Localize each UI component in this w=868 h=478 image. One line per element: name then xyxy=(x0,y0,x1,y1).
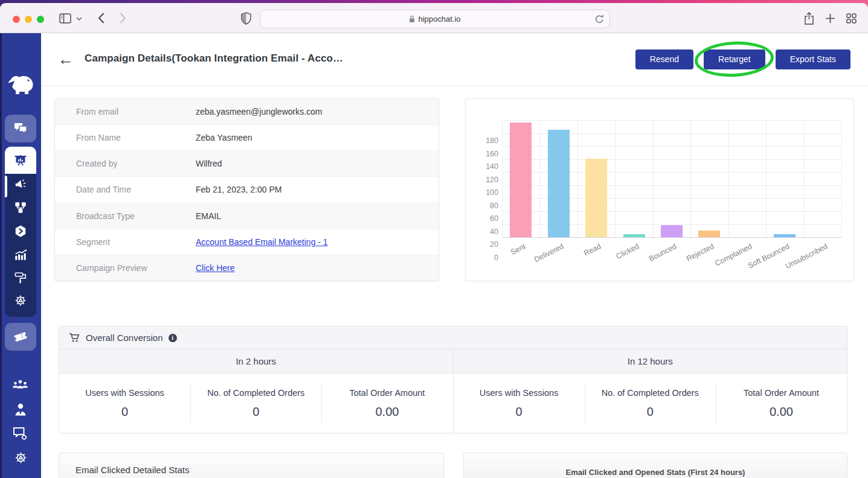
gear-icon xyxy=(14,451,28,465)
person-icon xyxy=(13,403,28,416)
stat-no-of-completed-orders: No. of Completed Orders0 xyxy=(190,374,321,433)
resend-button[interactable]: Resend xyxy=(635,49,693,69)
sidebar-item-broadcast[interactable] xyxy=(14,177,27,191)
active-indicator xyxy=(5,176,7,197)
sidebar-toggle-icon[interactable] xyxy=(59,13,71,24)
hexagon-arrow-icon xyxy=(14,225,27,238)
cart-icon xyxy=(69,332,80,343)
detail-label: Segment xyxy=(55,237,196,247)
stat-total-order-amount: Total Order Amount0.00 xyxy=(716,374,847,433)
retarget-button[interactable]: Retarget xyxy=(704,49,765,69)
bar-bounced xyxy=(661,225,683,237)
period-2-hours: In 2 hours xyxy=(59,349,454,373)
export-stats-button[interactable]: Export Stats xyxy=(776,49,850,69)
conversion-stats-row: Users with Sessions0No. of Completed Ord… xyxy=(59,374,847,433)
sidebar-item-tickets[interactable] xyxy=(5,323,36,351)
sidebar-item-chat-settings[interactable] xyxy=(13,427,28,441)
sidebar-item-analytics[interactable] xyxy=(14,248,27,261)
campaign-details-table: From emailzeba.yasmeen@jungleworks.comFr… xyxy=(54,98,439,281)
detail-row-from-email: From emailzeba.yasmeen@jungleworks.com xyxy=(55,99,439,125)
header-actions: Resend Retarget Export Stats xyxy=(635,49,850,69)
bar-soft-bounced xyxy=(774,234,796,237)
new-tab-plus-icon[interactable] xyxy=(825,13,835,24)
sidebar-item-settings[interactable] xyxy=(14,451,28,465)
megaphone-icon xyxy=(14,177,27,191)
stat-value: 0.00 xyxy=(770,405,793,419)
gridline xyxy=(502,237,841,238)
detail-label: From email xyxy=(55,107,196,116)
detail-row-segment: SegmentAccount Based Email Marketing - 1 xyxy=(55,229,439,255)
gear-icon xyxy=(14,294,27,307)
analytics-icon xyxy=(14,248,27,261)
stat-label: Users with Sessions xyxy=(480,388,559,398)
forward-icon[interactable] xyxy=(120,13,126,24)
sidebar-item-design[interactable] xyxy=(14,271,27,284)
bar-read xyxy=(585,159,607,237)
detail-label: Date and Time xyxy=(55,185,196,194)
lock-icon xyxy=(409,15,415,23)
sidebar xyxy=(0,33,41,478)
minimize-window-button[interactable] xyxy=(25,16,32,23)
period-12-hours: In 12 hours xyxy=(454,349,847,373)
chat-icon xyxy=(13,122,28,135)
gridline xyxy=(766,120,767,237)
share-icon[interactable] xyxy=(804,12,814,25)
detail-row-date-and-time: Date and TimeFeb 21, 2023, 2:00 PM xyxy=(55,177,439,203)
chart-y-axis: 180160140120100806040200 xyxy=(472,120,498,237)
y-tick-label: 180 xyxy=(474,136,498,145)
window-edge xyxy=(0,33,2,478)
stat-total-order-amount: Total Order Amount0.00 xyxy=(321,374,452,433)
page-header: ← Campaign Details(Tookan Integration Em… xyxy=(41,33,868,86)
tab-overview-icon[interactable] xyxy=(846,13,857,24)
sidebar-item-team[interactable] xyxy=(12,378,28,390)
sidebar-item-customers[interactable] xyxy=(13,403,28,416)
sidebar-item-chat[interactable] xyxy=(5,115,36,142)
zoom-window-button[interactable] xyxy=(37,16,44,23)
stat-value: 0 xyxy=(647,405,654,419)
reload-icon[interactable] xyxy=(595,14,604,24)
detail-value: Wilfred xyxy=(196,159,222,168)
detail-link[interactable]: Account Based Email Marketing - 1 xyxy=(196,237,328,247)
conversion-stats-half: Users with Sessions0No. of Completed Ord… xyxy=(59,374,454,433)
page-title: Campaign Details(Tookan Integration Emai… xyxy=(85,53,343,65)
conversion-stats-half: Users with Sessions0No. of Completed Ord… xyxy=(454,374,847,433)
stat-value: 0 xyxy=(252,405,259,419)
sidebar-item-integrations[interactable] xyxy=(14,225,27,238)
gridline xyxy=(690,120,691,237)
bar-chart-plot: SentDeliveredReadClickedBouncedRejectedC… xyxy=(502,120,841,237)
browser-chrome: hippochat.io xyxy=(0,3,868,33)
address-bar[interactable]: hippochat.io xyxy=(260,10,610,28)
chat-gear-icon xyxy=(13,427,28,441)
hippo-logo[interactable] xyxy=(7,73,34,97)
chevron-down-icon[interactable] xyxy=(76,17,82,21)
close-window-button[interactable] xyxy=(13,16,20,23)
privacy-shield-icon[interactable] xyxy=(241,12,251,25)
delivery-stats-chart: 180160140120100806040200 SentDeliveredRe… xyxy=(465,98,854,281)
detail-label: From Name xyxy=(55,133,196,142)
y-tick-label: 20 xyxy=(474,240,498,249)
bar-clicked xyxy=(623,234,645,237)
y-tick-label: 120 xyxy=(474,176,498,184)
sidebar-item-workflow[interactable] xyxy=(14,201,27,214)
y-tick-label: 160 xyxy=(474,150,498,158)
email-clicked-detailed-stats-card: Email Clicked Detailed Stats xyxy=(59,453,444,478)
card-title: Email Clicked and Opened Stats (First 24… xyxy=(464,453,847,477)
detail-value: EMAIL xyxy=(196,211,221,221)
stat-users-with-sessions: Users with Sessions0 xyxy=(59,374,190,433)
back-arrow-icon[interactable]: ← xyxy=(58,50,74,68)
y-tick-label: 60 xyxy=(474,214,498,223)
paint-roller-icon xyxy=(14,271,27,284)
detail-link[interactable]: Click Here xyxy=(196,263,235,273)
sidebar-item-automation[interactable] xyxy=(14,294,27,307)
stat-users-with-sessions: Users with Sessions0 xyxy=(454,374,585,433)
stat-value: 0 xyxy=(121,405,128,419)
info-icon[interactable]: i xyxy=(169,334,177,342)
back-icon[interactable] xyxy=(98,13,104,24)
detail-label: Campaign Preview xyxy=(55,263,196,273)
detail-label: Created by xyxy=(55,159,196,168)
sidebar-item-campaigns[interactable] xyxy=(5,147,36,174)
stat-value: 0.00 xyxy=(375,405,399,419)
gridline xyxy=(577,120,578,237)
detail-label: Broadcast Type xyxy=(55,211,196,221)
overall-conversion-card: Overall Conversion i In 2 hours In 12 ho… xyxy=(59,326,847,433)
